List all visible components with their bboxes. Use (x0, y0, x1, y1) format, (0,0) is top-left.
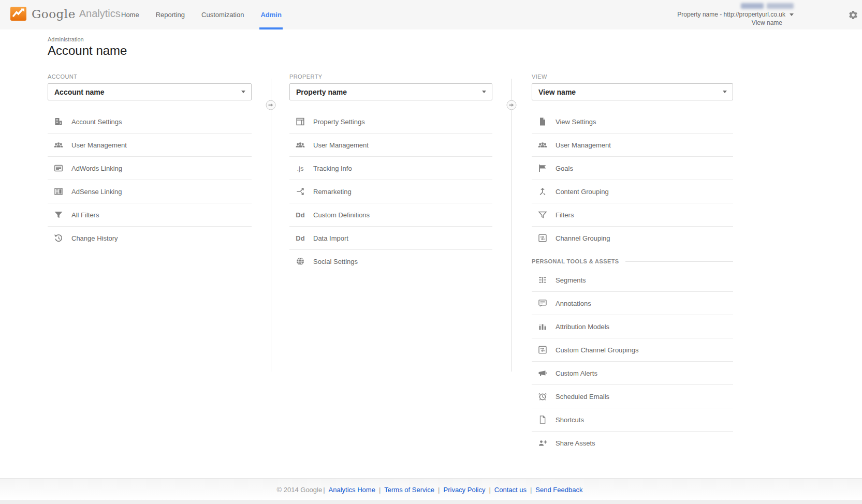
menu-item-channel-grouping[interactable]: Channel Grouping (532, 227, 733, 249)
footer-separator: | (438, 486, 440, 494)
split-icon (295, 186, 306, 197)
page-icon (537, 116, 548, 127)
history-icon (53, 233, 64, 243)
menu-item-view-settings[interactable]: View Settings (532, 110, 733, 134)
chevron-down-icon (723, 91, 727, 93)
menu-item-label: Account Settings (71, 118, 122, 126)
funnel-outline-icon (537, 210, 548, 220)
menu-item-all-filters[interactable]: All Filters (48, 203, 252, 227)
nav-tab-reporting[interactable]: Reporting (155, 0, 186, 29)
nav-tab-admin[interactable]: Admin (259, 0, 282, 29)
merge-icon (537, 186, 548, 197)
menu-item-remarketing[interactable]: Remarketing (289, 180, 492, 203)
menu-item-label: Property Settings (313, 118, 365, 126)
property-dropdown[interactable]: Property name (289, 83, 492, 100)
menu-item-custom-alerts[interactable]: Custom Alerts (532, 362, 733, 385)
nav-tab-home[interactable]: Home (120, 0, 140, 29)
apply-arrow-icon (506, 100, 517, 110)
menu-item-label: Custom Alerts (556, 369, 597, 377)
view-dropdown-value: View name (538, 88, 576, 96)
footer-link-analytics-home[interactable]: Analytics Home (329, 486, 375, 494)
menu-item-attribution-models[interactable]: Attribution Models (532, 315, 733, 338)
menu-item-account-settings[interactable]: Account Settings (48, 110, 252, 134)
column-divider (512, 79, 512, 372)
menu-item-label: Tracking Info (313, 165, 352, 172)
menu-item-data-import[interactable]: DdData Import (289, 227, 492, 250)
view-menu: View SettingsUser ManagementGoalsContent… (532, 110, 733, 249)
menu-item-label: Data Import (313, 234, 348, 242)
menu-item-content-grouping[interactable]: Content Grouping (532, 180, 733, 203)
menu-item-label: Shortcuts (556, 416, 584, 424)
menu-item-adsense-linking[interactable]: AdSense Linking (48, 180, 252, 203)
menu-item-label: Social Settings (313, 258, 358, 265)
menu-item-user-management[interactable]: User Management (48, 134, 252, 157)
users-icon (537, 140, 548, 150)
account-dropdown[interactable]: Account name (48, 83, 252, 100)
dd-icon: Dd (295, 233, 306, 243)
menu-item-shortcuts[interactable]: Shortcuts (532, 408, 733, 432)
property-column-label: PROPERTY (289, 73, 492, 80)
redacted-user-info (677, 3, 794, 9)
menu-item-custom-definitions[interactable]: DdCustom Definitions (289, 203, 492, 227)
view-column: VIEW View name View SettingsUser Managem… (532, 65, 733, 454)
person-add-icon (537, 438, 548, 448)
menu-item-share-assets[interactable]: Share Assets (532, 432, 733, 454)
footer-link-send-feedback[interactable]: Send Feedback (535, 486, 582, 494)
apply-arrow-icon (266, 100, 276, 110)
personal-tools-menu: SegmentsAnnotationsAttribution ModelsCus… (532, 269, 733, 454)
layout-icon (295, 116, 306, 127)
funnel-icon (53, 210, 64, 220)
menu-item-social-settings[interactable]: Social Settings (289, 250, 492, 273)
account-selector[interactable]: Property name - http://propertyurl.co.uk… (677, 2, 794, 27)
menu-item-user-management[interactable]: User Management (532, 134, 733, 157)
menu-item-label: Change History (71, 234, 118, 242)
menu-item-label: All Filters (71, 211, 99, 219)
menu-item-label: Segments (556, 276, 586, 284)
analytics-chart-logo-icon (10, 7, 26, 21)
alarm-icon (537, 391, 548, 402)
active-property-label: Property name - http://propertyurl.co.uk (677, 11, 785, 19)
globe-icon (295, 256, 306, 266)
barchart-icon (537, 321, 548, 332)
menu-item-filters[interactable]: Filters (532, 203, 733, 227)
footer-links: © 2014 Google |Analytics Home|Terms of S… (0, 478, 862, 500)
google-analytics-admin-page: Google Analytics HomeReportingCustomizat… (0, 0, 862, 504)
menu-item-annotations[interactable]: Annotations (532, 292, 733, 315)
footer-link-terms-of-service[interactable]: Terms of Service (384, 486, 434, 494)
menu-item-adwords-linking[interactable]: AdWords Linking (48, 157, 252, 180)
view-column-label: VIEW (532, 73, 733, 80)
menu-item-label: Custom Definitions (313, 211, 370, 219)
menu-item-scheduled-emails[interactable]: Scheduled Emails (532, 385, 733, 408)
copyright-text: © 2014 Google (277, 486, 323, 494)
brand-name: Google (32, 7, 76, 21)
account-column-label: ACCOUNT (48, 73, 252, 80)
users-icon (53, 140, 64, 150)
footer-link-privacy-policy[interactable]: Privacy Policy (444, 486, 486, 494)
menu-item-user-management[interactable]: User Management (289, 134, 492, 157)
property-column: PROPERTY Property name Property Settings… (289, 65, 492, 273)
dd-icon: Dd (295, 210, 306, 220)
menu-item-goals[interactable]: Goals (532, 157, 733, 180)
menu-item-tracking-info[interactable]: .jsTracking Info (289, 157, 492, 180)
property-menu: Property SettingsUser Management.jsTrack… (289, 110, 492, 273)
nav-tab-customization[interactable]: Customization (200, 0, 245, 29)
menu-item-change-history[interactable]: Change History (48, 227, 252, 249)
active-property-selector[interactable]: Property name - http://propertyurl.co.uk (677, 11, 794, 19)
footer-separator: | (323, 486, 325, 494)
menu-item-label: Attribution Models (556, 323, 609, 331)
menu-item-label: Filters (556, 211, 574, 219)
account-dropdown-value: Account name (54, 88, 104, 96)
chevron-down-icon (241, 91, 245, 93)
menu-item-custom-channel-groupings[interactable]: Custom Channel Groupings (532, 338, 733, 362)
menu-item-property-settings[interactable]: Property Settings (289, 110, 492, 134)
menu-item-segments[interactable]: Segments (532, 269, 733, 292)
primary-nav: HomeReportingCustomizationAdmin (120, 0, 283, 29)
settings-gear-icon[interactable] (848, 10, 858, 20)
google-analytics-logo[interactable]: Google Analytics (10, 7, 121, 21)
channel-icon (537, 233, 548, 243)
view-dropdown[interactable]: View name (532, 83, 733, 100)
property-dropdown-value: Property name (296, 88, 347, 96)
js-icon: .js (295, 163, 306, 173)
flag-icon (537, 163, 548, 173)
footer-link-contact-us[interactable]: Contact us (494, 486, 527, 494)
